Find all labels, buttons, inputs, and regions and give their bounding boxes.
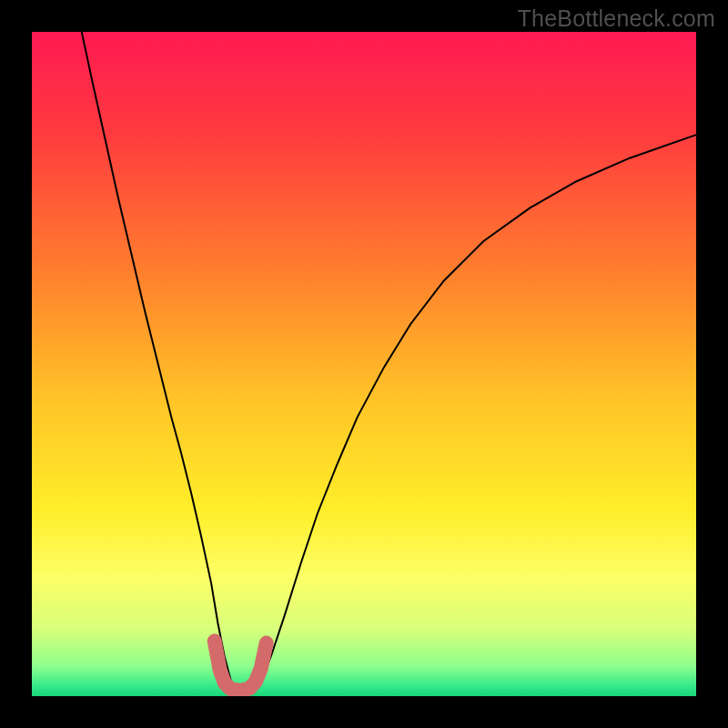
- chart-svg: [32, 32, 696, 696]
- chart-frame: TheBottleneck.com: [0, 0, 728, 728]
- gradient-background: [32, 32, 696, 696]
- plot-area: [32, 32, 696, 696]
- watermark-text: TheBottleneck.com: [518, 5, 715, 32]
